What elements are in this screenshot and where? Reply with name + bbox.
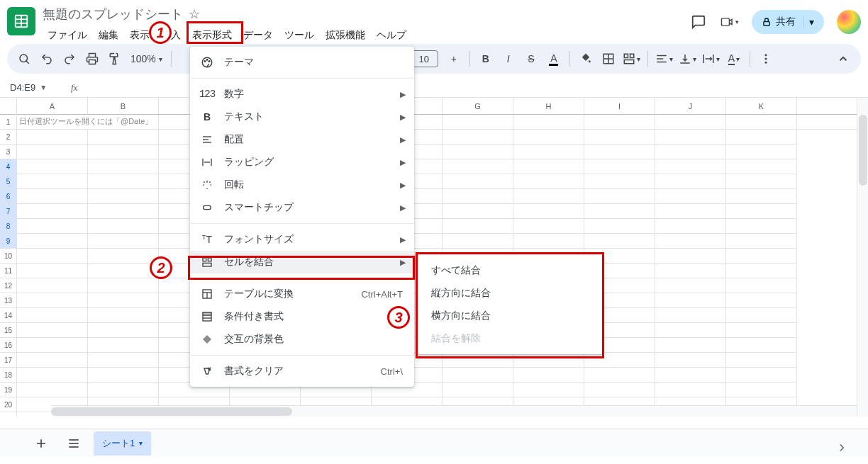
share-chevron-icon[interactable]: ▾ [803, 16, 820, 28]
cell[interactable] [88, 234, 159, 249]
cell[interactable] [584, 219, 655, 234]
row-header[interactable]: 15 [0, 323, 16, 338]
cell[interactable] [513, 353, 584, 368]
cell[interactable] [726, 234, 797, 249]
row-header[interactable]: 19 [0, 383, 16, 397]
row-header[interactable]: 18 [0, 368, 16, 383]
row-header[interactable]: 9 [0, 234, 16, 249]
cell[interactable] [726, 293, 797, 308]
cell[interactable] [17, 234, 88, 249]
column-header[interactable]: G [443, 98, 513, 114]
cell[interactable] [88, 264, 159, 278]
cell[interactable] [17, 323, 88, 338]
cell[interactable] [17, 130, 88, 145]
cell[interactable] [655, 219, 726, 234]
cell[interactable] [443, 159, 513, 174]
cell[interactable] [88, 308, 159, 323]
cell[interactable] [726, 308, 797, 323]
cell[interactable] [17, 249, 88, 264]
menu-fontsize[interactable]: TTフォントサイズ▶ [190, 228, 414, 251]
all-sheets-icon[interactable] [61, 432, 87, 455]
cell[interactable] [584, 383, 655, 397]
cell[interactable] [655, 368, 726, 383]
cell[interactable] [655, 204, 726, 219]
row-header[interactable]: 2 [0, 130, 16, 145]
menu-wrapping[interactable]: ラッピング▶ [190, 151, 414, 174]
cell[interactable] [88, 249, 159, 264]
column-header[interactable]: A [17, 98, 88, 114]
cell[interactable] [513, 234, 584, 249]
row-header[interactable]: 20 [0, 397, 16, 412]
cell[interactable] [17, 264, 88, 278]
cell[interactable] [513, 368, 584, 383]
row-header[interactable]: 17 [0, 353, 16, 368]
zoom-select[interactable]: 100%▾ [128, 53, 165, 64]
menu-rotation[interactable]: 回転▶ [190, 174, 414, 196]
row-header[interactable]: 12 [0, 278, 16, 293]
cell[interactable] [726, 353, 797, 368]
cell[interactable] [655, 234, 726, 249]
row-header[interactable]: 10 [0, 249, 16, 264]
cell[interactable] [584, 145, 655, 159]
cell[interactable] [443, 145, 513, 159]
cell[interactable] [17, 174, 88, 189]
undo-icon[interactable] [37, 49, 57, 69]
merge-cells-icon[interactable]: ▾ [621, 49, 642, 69]
cell[interactable] [443, 383, 513, 397]
cell[interactable] [17, 368, 88, 383]
share-button[interactable]: 共有 ▾ [752, 10, 824, 34]
cell[interactable] [443, 115, 513, 130]
menu-text[interactable]: Bテキスト▶ [190, 106, 414, 128]
scrollbar-horizontal[interactable] [51, 405, 857, 417]
cell[interactable] [726, 145, 797, 159]
cell[interactable] [513, 189, 584, 204]
row-header[interactable]: 8 [0, 219, 16, 234]
cell[interactable] [655, 338, 726, 353]
cell[interactable] [584, 189, 655, 204]
cell[interactable] [655, 145, 726, 159]
cell[interactable] [88, 189, 159, 204]
cell[interactable] [443, 219, 513, 234]
cell[interactable] [88, 323, 159, 338]
cell[interactable] [17, 204, 88, 219]
name-box[interactable]: D4:E9 ▼ [7, 82, 64, 93]
cell[interactable] [443, 234, 513, 249]
cell[interactable] [88, 383, 159, 397]
sheet-tab[interactable]: シート1▾ [94, 431, 151, 455]
cell[interactable] [443, 353, 513, 368]
collapse-toolbar-icon[interactable] [833, 48, 854, 69]
cell[interactable] [584, 368, 655, 383]
menu-edit[interactable]: 編集 [94, 26, 123, 45]
sheets-logo[interactable] [7, 7, 35, 35]
menu-data[interactable]: データ [238, 26, 278, 45]
row-header[interactable]: 3 [0, 145, 16, 159]
cell[interactable] [513, 383, 584, 397]
cell[interactable] [443, 368, 513, 383]
fx-icon[interactable]: fx [71, 82, 77, 94]
cell[interactable] [443, 130, 513, 145]
redo-icon[interactable] [60, 49, 79, 69]
cell[interactable] [17, 383, 88, 397]
cell[interactable] [88, 368, 159, 383]
document-title[interactable]: 無題のスプレッドシート [43, 6, 183, 23]
cell[interactable] [88, 278, 159, 293]
cell[interactable] [17, 145, 88, 159]
comments-icon[interactable] [689, 13, 708, 31]
cell[interactable] [584, 234, 655, 249]
cell[interactable] [17, 308, 88, 323]
cell[interactable] [655, 249, 726, 264]
menu-smartchip[interactable]: スマートチップ▶ [190, 196, 414, 219]
cell[interactable] [584, 130, 655, 145]
row-header[interactable]: 5 [0, 174, 16, 189]
column-header[interactable]: K [726, 98, 797, 114]
menu-extensions[interactable]: 拡張機能 [321, 26, 370, 45]
cell[interactable] [655, 383, 726, 397]
menu-alternating[interactable]: 交互の背景色 [190, 328, 414, 351]
bold-icon[interactable]: B [476, 49, 496, 69]
cell[interactable] [17, 293, 88, 308]
cell[interactable] [655, 174, 726, 189]
merge-horizontal[interactable]: 横方向に結合 [417, 305, 603, 327]
merge-vertical[interactable]: 縦方向に結合 [417, 282, 603, 305]
cell[interactable] [513, 219, 584, 234]
cell[interactable] [726, 278, 797, 293]
